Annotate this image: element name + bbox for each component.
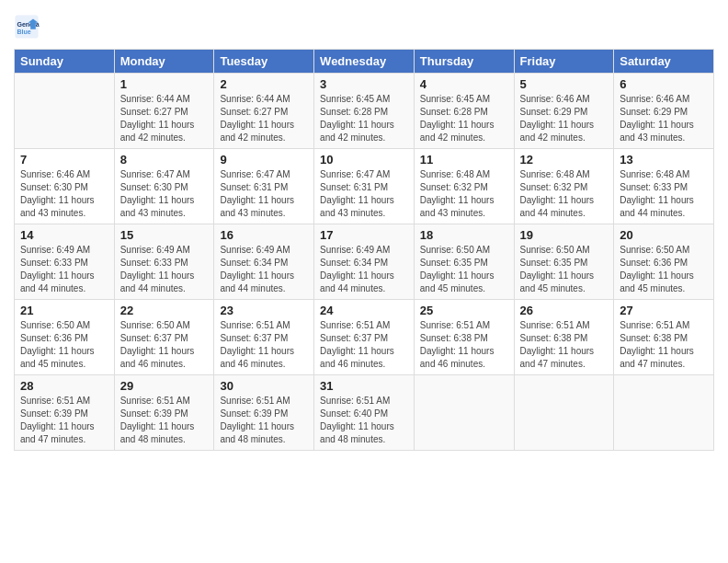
day-info: Sunrise: 6:47 AM Sunset: 6:31 PM Dayligh… (320, 168, 408, 220)
day-number: 19 (520, 228, 609, 242)
calendar-cell: 16Sunrise: 6:49 AM Sunset: 6:34 PM Dayli… (214, 224, 314, 300)
calendar-cell: 10Sunrise: 6:47 AM Sunset: 6:31 PM Dayli… (314, 149, 415, 224)
day-number: 26 (520, 304, 609, 317)
day-info: Sunrise: 6:50 AM Sunset: 6:37 PM Dayligh… (120, 319, 209, 371)
svg-text:Blue: Blue (17, 29, 31, 35)
day-number: 27 (620, 304, 708, 317)
header-row: SundayMondayTuesdayWednesdayThursdayFrid… (15, 50, 714, 74)
day-info: Sunrise: 6:51 AM Sunset: 6:39 PM Dayligh… (20, 395, 108, 446)
calendar-cell: 20Sunrise: 6:50 AM Sunset: 6:36 PM Dayli… (614, 224, 714, 300)
calendar-cell: 25Sunrise: 6:51 AM Sunset: 6:38 PM Dayli… (414, 300, 514, 375)
calendar-cell: 26Sunrise: 6:51 AM Sunset: 6:38 PM Dayli… (514, 300, 614, 375)
day-info: Sunrise: 6:51 AM Sunset: 6:37 PM Dayligh… (220, 319, 308, 371)
day-info: Sunrise: 6:51 AM Sunset: 6:39 PM Dayligh… (120, 395, 209, 446)
calendar-cell: 13Sunrise: 6:48 AM Sunset: 6:33 PM Dayli… (614, 149, 714, 224)
day-number: 18 (420, 228, 508, 242)
calendar-cell: 15Sunrise: 6:49 AM Sunset: 6:33 PM Dayli… (114, 224, 214, 300)
calendar-cell: 23Sunrise: 6:51 AM Sunset: 6:37 PM Dayli… (214, 300, 314, 375)
day-number: 22 (120, 304, 209, 317)
day-number: 30 (220, 379, 308, 393)
day-info: Sunrise: 6:51 AM Sunset: 6:37 PM Dayligh… (320, 319, 408, 371)
calendar-cell: 12Sunrise: 6:48 AM Sunset: 6:32 PM Dayli… (514, 149, 614, 224)
calendar-cell: 28Sunrise: 6:51 AM Sunset: 6:39 PM Dayli… (15, 375, 115, 451)
day-header-sunday: Sunday (15, 50, 115, 74)
week-row-3: 14Sunrise: 6:49 AM Sunset: 6:33 PM Dayli… (15, 224, 714, 300)
calendar-cell: 6Sunrise: 6:46 AM Sunset: 6:29 PM Daylig… (614, 74, 714, 149)
day-number: 12 (520, 153, 609, 167)
day-info: Sunrise: 6:50 AM Sunset: 6:35 PM Dayligh… (420, 244, 508, 295)
calendar-cell: 17Sunrise: 6:49 AM Sunset: 6:34 PM Dayli… (314, 224, 415, 300)
day-header-saturday: Saturday (614, 50, 714, 74)
day-number: 17 (320, 228, 408, 242)
day-number: 8 (120, 153, 209, 167)
day-number: 11 (420, 153, 508, 167)
calendar-table: SundayMondayTuesdayWednesdayThursdayFrid… (14, 49, 714, 451)
day-info: Sunrise: 6:50 AM Sunset: 6:35 PM Dayligh… (520, 244, 609, 295)
day-info: Sunrise: 6:50 AM Sunset: 6:36 PM Dayligh… (20, 319, 108, 371)
day-info: Sunrise: 6:51 AM Sunset: 6:38 PM Dayligh… (620, 319, 708, 371)
day-number: 3 (320, 77, 408, 91)
calendar-cell (15, 74, 115, 149)
calendar-cell: 21Sunrise: 6:50 AM Sunset: 6:36 PM Dayli… (15, 300, 115, 375)
calendar-cell: 27Sunrise: 6:51 AM Sunset: 6:38 PM Dayli… (614, 300, 714, 375)
calendar-cell (514, 375, 614, 451)
day-info: Sunrise: 6:49 AM Sunset: 6:34 PM Dayligh… (320, 244, 408, 295)
day-info: Sunrise: 6:51 AM Sunset: 6:39 PM Dayligh… (220, 395, 308, 446)
day-number: 15 (120, 228, 209, 242)
day-info: Sunrise: 6:45 AM Sunset: 6:28 PM Dayligh… (320, 93, 408, 144)
page-container: General Blue SundayMondayTuesdayWednesda… (0, 0, 728, 460)
header: General Blue (14, 14, 714, 40)
day-number: 25 (420, 304, 508, 317)
week-row-1: 1Sunrise: 6:44 AM Sunset: 6:27 PM Daylig… (15, 74, 714, 149)
day-number: 21 (20, 304, 108, 317)
calendar-cell (414, 375, 514, 451)
calendar-cell: 19Sunrise: 6:50 AM Sunset: 6:35 PM Dayli… (514, 224, 614, 300)
day-number: 23 (220, 304, 308, 317)
day-number: 4 (420, 77, 508, 91)
calendar-cell: 31Sunrise: 6:51 AM Sunset: 6:40 PM Dayli… (314, 375, 415, 451)
day-number: 7 (20, 153, 108, 167)
day-header-thursday: Thursday (414, 50, 514, 74)
calendar-cell: 8Sunrise: 6:47 AM Sunset: 6:30 PM Daylig… (114, 149, 214, 224)
day-number: 9 (220, 153, 308, 167)
day-number: 1 (120, 77, 209, 91)
calendar-cell: 22Sunrise: 6:50 AM Sunset: 6:37 PM Dayli… (114, 300, 214, 375)
calendar-cell: 1Sunrise: 6:44 AM Sunset: 6:27 PM Daylig… (114, 74, 214, 149)
day-header-wednesday: Wednesday (314, 50, 415, 74)
day-header-tuesday: Tuesday (214, 50, 314, 74)
day-number: 5 (520, 77, 609, 91)
day-info: Sunrise: 6:46 AM Sunset: 6:29 PM Dayligh… (520, 93, 609, 144)
day-info: Sunrise: 6:46 AM Sunset: 6:29 PM Dayligh… (620, 93, 708, 144)
calendar-cell: 29Sunrise: 6:51 AM Sunset: 6:39 PM Dayli… (114, 375, 214, 451)
day-number: 24 (320, 304, 408, 317)
calendar-cell (614, 375, 714, 451)
day-info: Sunrise: 6:47 AM Sunset: 6:30 PM Dayligh… (120, 168, 209, 220)
calendar-cell: 18Sunrise: 6:50 AM Sunset: 6:35 PM Dayli… (414, 224, 514, 300)
calendar-cell: 2Sunrise: 6:44 AM Sunset: 6:27 PM Daylig… (214, 74, 314, 149)
week-row-4: 21Sunrise: 6:50 AM Sunset: 6:36 PM Dayli… (15, 300, 714, 375)
day-header-monday: Monday (114, 50, 214, 74)
calendar-cell: 9Sunrise: 6:47 AM Sunset: 6:31 PM Daylig… (214, 149, 314, 224)
calendar-cell: 30Sunrise: 6:51 AM Sunset: 6:39 PM Dayli… (214, 375, 314, 451)
logo-icon: General Blue (14, 14, 40, 40)
calendar-cell: 14Sunrise: 6:49 AM Sunset: 6:33 PM Dayli… (15, 224, 115, 300)
day-info: Sunrise: 6:48 AM Sunset: 6:33 PM Dayligh… (620, 168, 708, 220)
day-number: 14 (20, 228, 108, 242)
day-number: 13 (620, 153, 708, 167)
day-info: Sunrise: 6:48 AM Sunset: 6:32 PM Dayligh… (520, 168, 609, 220)
day-info: Sunrise: 6:46 AM Sunset: 6:30 PM Dayligh… (20, 168, 108, 220)
day-info: Sunrise: 6:49 AM Sunset: 6:33 PM Dayligh… (120, 244, 209, 295)
calendar-cell: 11Sunrise: 6:48 AM Sunset: 6:32 PM Dayli… (414, 149, 514, 224)
day-info: Sunrise: 6:49 AM Sunset: 6:34 PM Dayligh… (220, 244, 308, 295)
day-number: 10 (320, 153, 408, 167)
day-info: Sunrise: 6:50 AM Sunset: 6:36 PM Dayligh… (620, 244, 708, 295)
day-number: 28 (20, 379, 108, 393)
calendar-cell: 5Sunrise: 6:46 AM Sunset: 6:29 PM Daylig… (514, 74, 614, 149)
day-number: 20 (620, 228, 708, 242)
day-number: 16 (220, 228, 308, 242)
day-info: Sunrise: 6:48 AM Sunset: 6:32 PM Dayligh… (420, 168, 508, 220)
week-row-2: 7Sunrise: 6:46 AM Sunset: 6:30 PM Daylig… (15, 149, 714, 224)
day-info: Sunrise: 6:47 AM Sunset: 6:31 PM Dayligh… (220, 168, 308, 220)
day-info: Sunrise: 6:51 AM Sunset: 6:38 PM Dayligh… (520, 319, 609, 371)
day-info: Sunrise: 6:44 AM Sunset: 6:27 PM Dayligh… (220, 93, 308, 144)
